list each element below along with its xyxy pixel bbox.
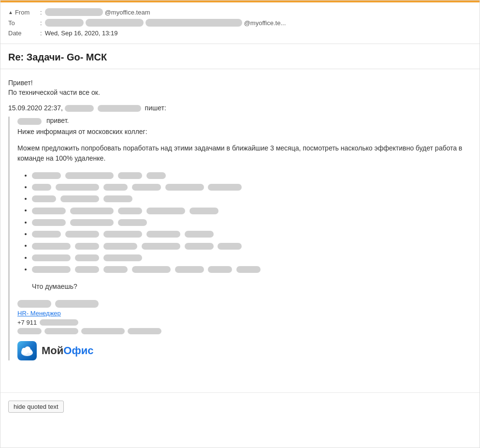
svg-point-4 <box>28 349 32 353</box>
sig-email-part4 <box>128 328 161 334</box>
to-name3-redacted <box>145 19 242 27</box>
quote-attribution: 15.09.2020 22:37, пишет: <box>8 104 472 112</box>
from-name-redacted <box>45 8 103 16</box>
list-item <box>32 254 472 261</box>
to-field: @myoffice.te... <box>45 19 286 27</box>
to-name1-redacted <box>45 19 84 27</box>
from-label: From <box>15 9 29 16</box>
date-colon: : <box>40 30 42 37</box>
list-item <box>32 230 472 238</box>
to-label-group: To <box>8 19 37 27</box>
sig-lastname-redacted <box>55 300 99 308</box>
sig-email-part3 <box>81 328 125 334</box>
myoffice-logo-icon <box>17 341 37 360</box>
from-domain: @myoffice.team <box>105 9 150 16</box>
logo-text-ofis: Офис <box>63 344 93 357</box>
cloud-svg <box>20 345 34 357</box>
quote-date: 15.09.2020 22:37, <box>8 104 63 112</box>
greeting-text: Привет! <box>8 79 472 87</box>
to-colon: : <box>40 19 42 27</box>
to-row: To : @myoffice.te... <box>8 19 472 27</box>
quote-name1-redacted <box>65 105 94 112</box>
from-label-group: ▲ From <box>8 9 37 16</box>
signature-section: HR- Менеджер +7 911 <box>17 300 472 360</box>
sig-name-row <box>17 300 472 308</box>
sig-email-part2 <box>44 328 78 334</box>
sig-email-part1 <box>17 328 42 334</box>
sig-phone-redacted <box>40 319 78 326</box>
date-row: Date : Wed, Sep 16, 2020, 13:19 <box>8 30 472 37</box>
bullet-list <box>17 171 472 273</box>
sig-email-row <box>17 328 472 334</box>
quote-suffix: пишет: <box>145 104 166 112</box>
quoted-block: привет. Ниже информация от московских ко… <box>8 117 472 360</box>
list-item <box>32 265 472 273</box>
date-label: Date <box>8 30 21 37</box>
quote-name2-redacted <box>98 105 141 112</box>
logo-row: МойОфис <box>17 341 472 360</box>
email-body: Привет! По технической части все ок. 15.… <box>0 69 480 378</box>
logo-text-moi: Мой <box>42 344 63 357</box>
sig-phone-prefix: +7 911 <box>17 319 37 326</box>
email-viewer: ▲ From : @myoffice.team To : @myoffice.t… <box>0 0 480 448</box>
list-item <box>32 218 472 226</box>
question-text: Что думаешь? <box>32 283 472 290</box>
date-label-group: Date <box>8 30 37 37</box>
email-subject: Re: Задачи- Go- МСК <box>8 52 472 63</box>
sig-role: HR- Менеджер <box>17 310 472 317</box>
quoted-body: Можем предложить попробовать поработать … <box>17 143 472 164</box>
date-value: Wed, Sep 16, 2020, 13:19 <box>45 30 118 37</box>
to-label: To <box>8 19 15 27</box>
hide-quoted-button[interactable]: hide quoted text <box>8 401 64 413</box>
list-item <box>32 171 472 179</box>
from-row: ▲ From : @myoffice.team <box>8 8 472 16</box>
list-item <box>32 183 472 191</box>
subject-section: Re: Задачи- Go- МСК <box>0 44 480 69</box>
list-item <box>32 241 472 249</box>
sig-firstname-redacted <box>17 300 51 308</box>
chevron-up-icon: ▲ <box>8 10 13 15</box>
list-item <box>32 206 472 214</box>
quoted-info: Ниже информация от московских коллег: <box>17 128 472 135</box>
quoted-greeting: привет. <box>17 117 472 124</box>
from-colon: : <box>40 9 42 16</box>
quoted-greeting-word: привет. <box>46 117 69 124</box>
email-header: ▲ From : @myoffice.team To : @myoffice.t… <box>0 2 480 44</box>
quoted-name-redacted <box>17 118 42 125</box>
body-line2: По технической части все ок. <box>8 89 472 96</box>
to-domain: @myoffice.te... <box>244 19 286 27</box>
to-name2-redacted <box>86 19 144 27</box>
logo-text: МойОфис <box>42 344 93 357</box>
footer-section: hide quoted text <box>0 392 480 420</box>
list-item <box>32 194 472 202</box>
sig-phone-row: +7 911 <box>17 319 472 326</box>
